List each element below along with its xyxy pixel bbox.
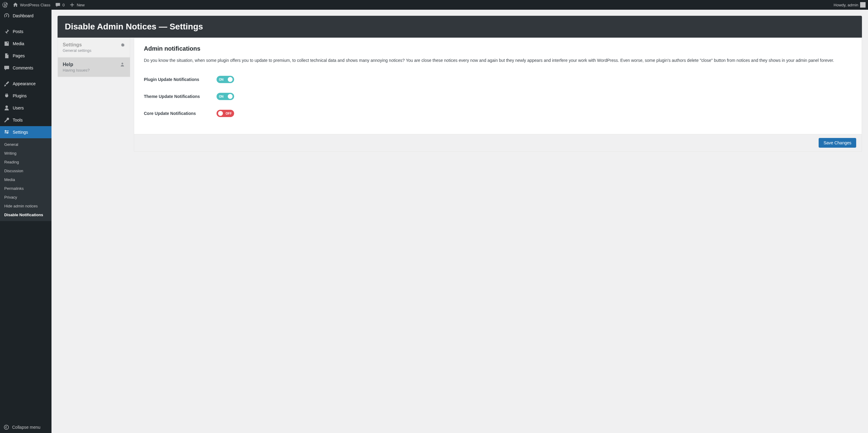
menu-posts[interactable]: Posts <box>0 26 52 37</box>
setting-label: Plugin Update Notifications <box>144 77 217 82</box>
admin-sidebar: Dashboard Posts Media Pages Comments App… <box>0 10 52 433</box>
comments-link[interactable]: 0 <box>55 2 64 7</box>
menu-dashboard[interactable]: Dashboard <box>0 10 52 22</box>
wrench-icon <box>4 117 10 123</box>
submenu-permalinks[interactable]: Permalinks <box>0 184 52 193</box>
submenu-writing[interactable]: Writing <box>0 149 52 158</box>
menu-settings[interactable]: Settings <box>0 126 52 138</box>
wp-logo[interactable] <box>2 2 8 7</box>
submenu-privacy[interactable]: Privacy <box>0 193 52 202</box>
save-button[interactable]: Save Changes <box>818 138 856 148</box>
setting-plugin-update: Plugin Update Notifications ON <box>144 71 852 88</box>
tab-settings-title: Settings <box>63 42 91 48</box>
sliders-icon <box>4 129 10 135</box>
brush-icon <box>4 81 10 87</box>
site-home[interactable]: WordPress Class <box>13 2 50 7</box>
collapse-icon <box>4 425 9 430</box>
settings-submenu: General Writing Reading Discussion Media… <box>0 138 52 221</box>
menu-appearance[interactable]: Appearance <box>0 78 52 90</box>
setting-theme-update: Theme Update Notifications ON <box>144 88 852 105</box>
panel-description: Do you know the situation, when some plu… <box>144 57 852 64</box>
setting-label: Core Update Notifications <box>144 111 217 116</box>
submenu-discussion[interactable]: Discussion <box>0 167 52 175</box>
howdy-text: Howdy, admin <box>834 3 858 7</box>
toggle-theme-update[interactable]: ON <box>217 93 234 100</box>
new-label: New <box>76 3 85 7</box>
submenu-reading[interactable]: Reading <box>0 158 52 167</box>
account-menu[interactable]: Howdy, admin <box>834 2 866 7</box>
main-content: Disable Admin Notices — Settings Setting… <box>52 10 868 433</box>
tab-settings-sub: General settings <box>63 48 91 53</box>
plug-icon <box>4 93 10 99</box>
page-icon <box>4 53 10 59</box>
wordpress-icon <box>2 2 8 7</box>
site-name: WordPress Class <box>20 3 50 7</box>
menu-users[interactable]: Users <box>0 102 52 114</box>
comment-icon <box>55 2 61 7</box>
menu-pages[interactable]: Pages <box>0 50 52 62</box>
setting-core-update: Core Update Notifications OFF <box>144 105 852 122</box>
pin-icon <box>4 29 10 35</box>
comments-count: 0 <box>62 3 64 7</box>
person-icon <box>120 62 125 67</box>
submenu-hide-notices[interactable]: Hide admin notices <box>0 202 52 210</box>
settings-panel: Admin notifications Do you know the situ… <box>134 37 862 152</box>
toggle-plugin-update[interactable]: ON <box>217 76 234 83</box>
toggle-knob <box>218 111 223 116</box>
toggle-knob <box>228 94 232 99</box>
submenu-general[interactable]: General <box>0 140 52 149</box>
submenu-disable-notifications[interactable]: Disable Notifications <box>0 210 52 219</box>
gear-icon <box>120 42 125 48</box>
panel-heading: Admin notifications <box>144 45 852 52</box>
user-icon <box>4 105 10 111</box>
avatar <box>860 2 866 7</box>
toggle-knob <box>228 77 232 82</box>
toggle-core-update[interactable]: OFF <box>217 110 234 117</box>
menu-comments[interactable]: Comments <box>0 62 52 74</box>
setting-label: Theme Update Notifications <box>144 94 217 99</box>
dashboard-icon <box>4 13 10 19</box>
collapse-menu[interactable]: Collapse menu <box>0 422 52 433</box>
new-content[interactable]: New <box>69 2 85 7</box>
tab-settings[interactable]: Settings General settings <box>58 37 130 57</box>
tab-help[interactable]: Help Having Issues? <box>58 57 130 77</box>
plus-icon <box>69 2 75 7</box>
menu-tools[interactable]: Tools <box>0 114 52 126</box>
submenu-media[interactable]: Media <box>0 175 52 184</box>
menu-media[interactable]: Media <box>0 37 52 50</box>
comment-icon <box>4 65 10 71</box>
media-icon <box>4 40 10 47</box>
tab-help-title: Help <box>63 62 90 67</box>
panel-footer: Save Changes <box>134 134 862 151</box>
menu-plugins[interactable]: Plugins <box>0 90 52 102</box>
admin-bar: WordPress Class 0 New Howdy, admin <box>0 0 868 10</box>
page-title: Disable Admin Notices — Settings <box>58 16 862 37</box>
home-icon <box>13 2 18 7</box>
tab-help-sub: Having Issues? <box>63 68 90 73</box>
svg-point-0 <box>4 425 8 429</box>
